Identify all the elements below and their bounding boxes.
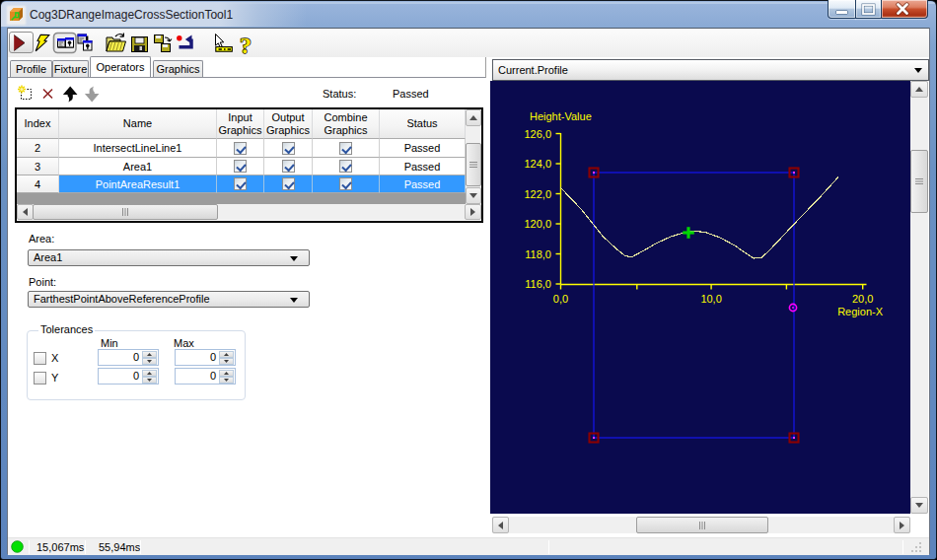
svg-text:118,0: 118,0 [525,248,551,260]
svg-text:124,0: 124,0 [524,158,551,170]
svg-text:0,0: 0,0 [553,293,568,305]
svg-text:20,0: 20,0 [852,293,873,305]
svg-text:116,0: 116,0 [525,278,551,290]
svg-text:Region-X: Region-X [837,306,884,317]
svg-text:Height-Value: Height-Value [530,110,592,122]
svg-text:122,0: 122,0 [524,188,551,200]
svg-text:126,0: 126,0 [524,128,551,140]
svg-text:120,0: 120,0 [524,218,551,230]
svg-text:?: ? [240,33,252,58]
svg-text:10,0: 10,0 [700,293,721,305]
